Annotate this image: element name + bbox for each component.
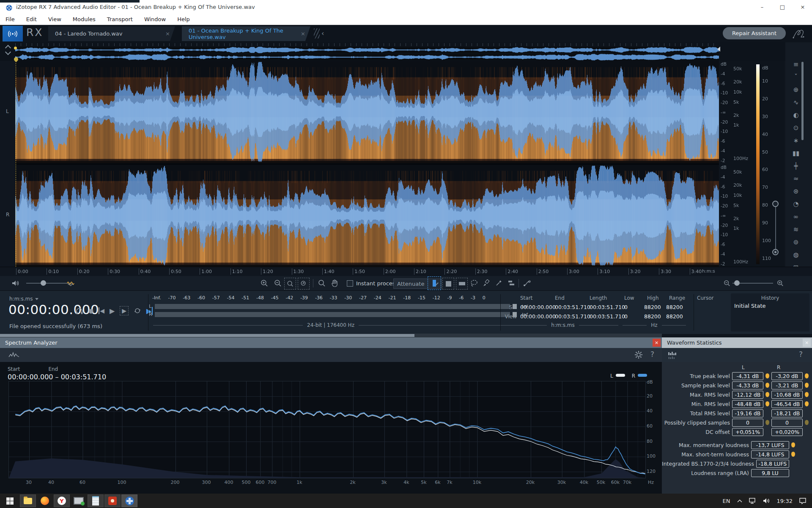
menu-item[interactable]: File: [5, 16, 15, 22]
spectrum-analyzer-titlebar[interactable]: Spectrum Analyzer ×: [0, 337, 662, 348]
de-clip-icon[interactable]: ∿: [790, 97, 802, 108]
firefox-icon[interactable]: [37, 494, 53, 507]
time-format-select[interactable]: h:m:s.ms: [9, 296, 38, 302]
clock[interactable]: 19:32: [777, 498, 793, 504]
menu-item[interactable]: Help: [177, 16, 190, 22]
sel-end[interactable]: 00:03:51.710: [555, 304, 590, 310]
menu-item[interactable]: View: [48, 16, 61, 22]
vertical-zoom-knob[interactable]: [772, 201, 779, 207]
view-end[interactable]: 00:03:51.710: [555, 313, 590, 320]
horizontal-scrollbar[interactable]: [0, 334, 662, 337]
spectrogram-view[interactable]: [15, 61, 719, 267]
hand-tool-icon[interactable]: [329, 278, 340, 289]
waveform-statistics-titlebar[interactable]: Waveform Statistics ×: [662, 337, 812, 348]
stat-value-r[interactable]: -10,68 dB: [771, 391, 803, 399]
frequency-selection-tool[interactable]: [456, 278, 468, 290]
stat-value-l[interactable]: -12,12 dB: [732, 391, 763, 399]
marker-pin-icon[interactable]: [805, 373, 809, 378]
scrollbar-thumb[interactable]: [0, 334, 414, 337]
meter-icon[interactable]: ◔: [790, 199, 802, 209]
language-indicator[interactable]: EN: [723, 498, 730, 504]
menu-item[interactable]: Modules: [73, 16, 96, 22]
media-app-icon[interactable]: [104, 494, 121, 507]
spectrogram-left[interactable]: [15, 61, 719, 163]
menu-item[interactable]: Edit: [26, 16, 37, 22]
zoom-in-icon[interactable]: [259, 278, 270, 289]
notification-center-icon[interactable]: [799, 498, 806, 504]
vertical-scroll-knob[interactable]: [772, 249, 779, 255]
curve-node-icon[interactable]: [522, 278, 533, 289]
phase-icon[interactable]: ⊚: [790, 237, 802, 247]
spectrum-plot[interactable]: [8, 381, 646, 478]
close-panel-icon[interactable]: ×: [653, 339, 661, 347]
stat-value[interactable]: 9,8 LU: [751, 469, 789, 477]
focus-icon[interactable]: ⊙: [790, 123, 802, 133]
stat-value-r[interactable]: -3,20 dB: [771, 372, 803, 380]
marker-pin-icon[interactable]: [765, 383, 769, 388]
rail-scrollbar[interactable]: [801, 62, 804, 140]
view-low[interactable]: 0: [624, 313, 628, 320]
multiband-icon[interactable]: ≋: [790, 224, 802, 235]
collapse-panel-icon[interactable]: ˇ: [790, 72, 802, 82]
close-button[interactable]: ×: [793, 2, 812, 13]
stat-value-r[interactable]: -3,21 dB: [771, 381, 803, 389]
stat-value-l[interactable]: 0: [732, 419, 763, 427]
hzoom-out-icon[interactable]: [721, 278, 732, 289]
time-selection-tool[interactable]: [429, 278, 440, 289]
overview-playhead-marker[interactable]: [14, 47, 17, 50]
view-length[interactable]: 00:03:51.710: [590, 313, 625, 320]
loop-button[interactable]: [134, 307, 141, 314]
tray-expand-icon[interactable]: [737, 499, 742, 502]
stat-value-l[interactable]: -4,31 dB: [732, 372, 763, 380]
minimize-button[interactable]: –: [753, 2, 771, 13]
stat-value[interactable]: -13,7 LUFS: [751, 441, 789, 449]
zoom-fit-icon[interactable]: [298, 278, 310, 290]
module-list-icon[interactable]: ≡: [790, 59, 802, 69]
composite-view-icon[interactable]: ▮▮: [790, 148, 802, 158]
play-button[interactable]: ▶: [110, 307, 115, 315]
remote-desktop-icon[interactable]: [71, 494, 87, 507]
lasso-tool-icon[interactable]: [469, 278, 480, 289]
de-noise-icon[interactable]: ∗: [790, 135, 802, 146]
yandex-browser-icon[interactable]: Y: [54, 494, 70, 507]
sel-low[interactable]: 0: [624, 304, 628, 310]
monitor-volume-slider[interactable]: [26, 283, 73, 284]
monitor-headphones-icon[interactable]: [75, 307, 83, 315]
izotope-rx-taskbar-icon[interactable]: [121, 494, 137, 507]
stat-value-r[interactable]: -18,21 dB: [771, 409, 803, 417]
texture-icon[interactable]: ◍: [790, 250, 802, 260]
instant-process-checkbox[interactable]: [347, 280, 353, 287]
play-selection-button[interactable]: ▶: [120, 306, 129, 315]
waveform-overview[interactable]: [0, 42, 812, 61]
marker-pin-icon[interactable]: [805, 401, 809, 406]
hzoom-in-icon[interactable]: [775, 278, 786, 289]
repair-assistant-button[interactable]: Repair Assistant: [723, 27, 786, 39]
tab-close-icon[interactable]: ×: [296, 30, 305, 37]
spectrum-icon[interactable]: [8, 351, 19, 359]
help-icon[interactable]: ?: [799, 350, 803, 359]
gain-bars-icon[interactable]: [506, 278, 517, 289]
zoom-selection-icon[interactable]: [284, 278, 296, 290]
file-explorer-icon[interactable]: [20, 494, 36, 507]
sel-length[interactable]: 00:03:51.710: [590, 304, 625, 310]
overview-wave-left[interactable]: [15, 47, 719, 53]
loop-icon[interactable]: ∞: [790, 212, 802, 222]
mix-icon[interactable]: ◐: [790, 110, 802, 120]
stat-value-l[interactable]: -48,48 dB: [732, 400, 763, 408]
overview-end-marker[interactable]: [717, 47, 720, 52]
monitor-volume-icon[interactable]: [12, 280, 19, 287]
record-button[interactable]: ●: [88, 307, 93, 314]
marker-pin-icon[interactable]: [805, 383, 809, 388]
stat-value[interactable]: -14,8 LUFS: [751, 450, 789, 458]
stat-value-l[interactable]: -4,33 dB: [732, 381, 763, 389]
histogram-icon[interactable]: [668, 351, 679, 360]
menu-item[interactable]: Window: [144, 16, 166, 22]
stat-value-l[interactable]: -19,16 dB: [732, 409, 763, 417]
stat-value[interactable]: -18,8 LUFS: [756, 460, 789, 468]
wave-view-icon[interactable]: [67, 280, 76, 287]
tab-laredo-tornado[interactable]: 04 - Laredo Tornado.wav ×: [48, 26, 175, 41]
overview-wave-right[interactable]: [15, 54, 719, 61]
marker-pin-icon[interactable]: [791, 452, 795, 457]
marker-pin-icon[interactable]: [791, 442, 795, 447]
stat-value-r[interactable]: 0: [771, 419, 803, 427]
